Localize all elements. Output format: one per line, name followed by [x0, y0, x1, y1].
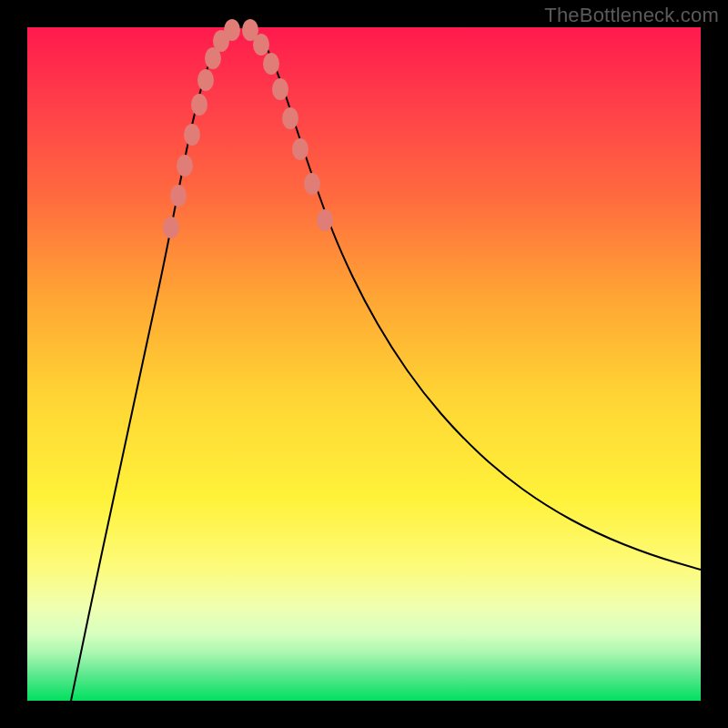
bottleneck-plot — [27, 27, 701, 701]
bead-right-4 — [282, 107, 298, 129]
beads-left-group — [163, 19, 240, 238]
beads-right-group — [242, 19, 333, 231]
bead-right-6 — [304, 173, 320, 195]
bead-right-5 — [292, 138, 308, 160]
bead-left-0 — [163, 217, 179, 238]
bottleneck-curve — [71, 27, 701, 701]
bead-right-2 — [263, 53, 279, 75]
bead-right-3 — [272, 78, 288, 100]
bead-left-2 — [177, 155, 193, 177]
bead-left-4 — [191, 94, 207, 116]
bead-left-8 — [224, 19, 240, 41]
bead-right-7 — [317, 209, 333, 231]
bead-left-1 — [170, 185, 187, 207]
bead-left-5 — [197, 69, 214, 91]
bead-left-3 — [184, 124, 200, 146]
bead-right-1 — [253, 34, 269, 56]
chart-frame — [27, 27, 701, 701]
watermark-text: TheBottleneck.com — [544, 4, 719, 27]
